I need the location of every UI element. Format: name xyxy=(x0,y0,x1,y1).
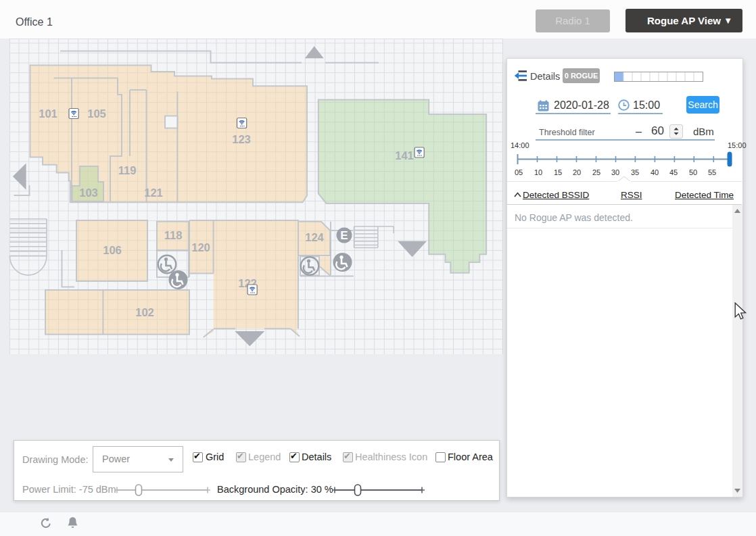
svg-text:124: 124 xyxy=(305,231,324,243)
svg-text:105: 105 xyxy=(87,107,106,120)
svg-text:119: 119 xyxy=(118,164,137,176)
svg-text:121: 121 xyxy=(144,187,163,199)
svg-text:103: 103 xyxy=(79,187,98,199)
svg-text:120: 120 xyxy=(191,241,210,253)
svg-text:118: 118 xyxy=(164,229,183,241)
svg-text:102: 102 xyxy=(135,306,154,318)
svg-text:141: 141 xyxy=(395,149,414,162)
svg-text:106: 106 xyxy=(103,244,122,256)
svg-text:101: 101 xyxy=(39,107,57,120)
svg-text:123: 123 xyxy=(232,133,251,145)
svg-text:E: E xyxy=(340,229,348,242)
